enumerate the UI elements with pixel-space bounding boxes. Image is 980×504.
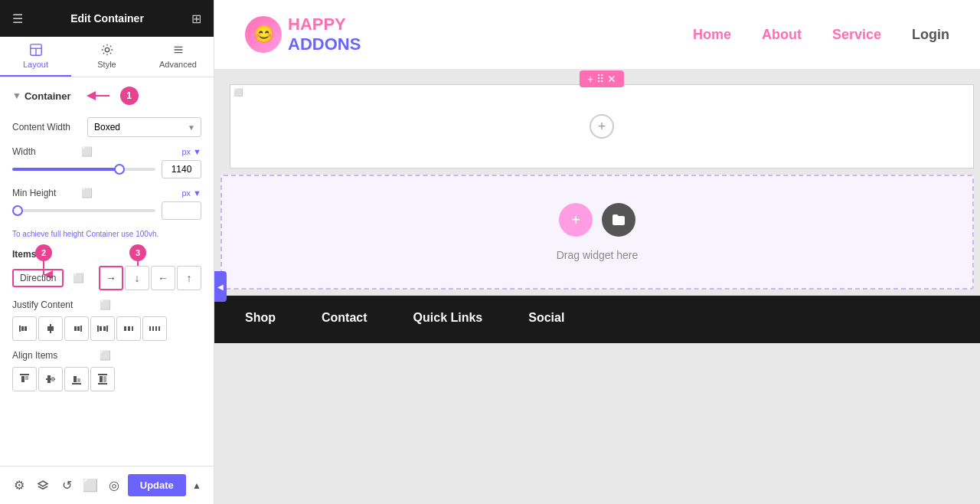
- canvas-scroll[interactable]: ◀ + ⠿ ✕ ⬜ + + Drag widget here: [214, 69, 980, 504]
- update-button[interactable]: Update: [128, 474, 186, 496]
- svg-rect-29: [25, 376, 28, 380]
- direction-right-btn[interactable]: →: [99, 266, 123, 290]
- logo-text: HAPPY ADDONS: [288, 15, 361, 54]
- minheight-slider[interactable]: [12, 209, 155, 212]
- grid-icon[interactable]: ⊞: [191, 11, 201, 26]
- tab-advanced[interactable]: Advanced: [142, 37, 214, 77]
- svg-rect-35: [77, 378, 80, 382]
- svg-rect-21: [128, 326, 130, 331]
- align-btn-group: [12, 367, 201, 391]
- nav-home[interactable]: Home: [693, 27, 731, 43]
- nav-about[interactable]: About: [762, 27, 802, 43]
- drop-folder-btn[interactable]: [602, 203, 635, 237]
- tab-layout-label: Layout: [23, 60, 48, 69]
- direction-area: 2 3: [12, 266, 201, 290]
- svg-point-3: [105, 47, 109, 51]
- svg-rect-11: [47, 326, 50, 331]
- direction-down-btn[interactable]: ↓: [125, 266, 149, 290]
- badge-1-annotation: 1: [87, 87, 139, 105]
- width-unit[interactable]: px ▼: [181, 147, 201, 156]
- svg-rect-24: [152, 326, 154, 331]
- svg-rect-31: [47, 375, 51, 383]
- layers-tool-btn[interactable]: [33, 473, 54, 498]
- history-tool-btn[interactable]: ↺: [57, 473, 77, 498]
- direction-label[interactable]: Direction: [12, 269, 64, 287]
- edit-section-1: ⬜ +: [230, 84, 974, 169]
- section-move-btn[interactable]: ⠿: [596, 73, 604, 85]
- canvas-area: 😊 HAPPY ADDONS Home About Service Login …: [214, 0, 980, 504]
- svg-rect-18: [100, 326, 102, 331]
- svg-rect-14: [74, 326, 77, 331]
- width-input[interactable]: [162, 160, 201, 178]
- align-responsive-icon: ⬜: [100, 350, 111, 361]
- direction-row: Direction ⬜ → ↓ ← ↑: [12, 266, 201, 290]
- justify-center-btn[interactable]: [38, 316, 63, 341]
- panel-content: ▼ Container 1 Content Width: [0, 77, 214, 466]
- direction-left-btn[interactable]: ←: [151, 266, 175, 290]
- svg-rect-32: [51, 377, 54, 381]
- section-close-btn[interactable]: ✕: [607, 73, 616, 85]
- minheight-unit[interactable]: px ▼: [181, 188, 201, 198]
- panel-header: ☰ Edit Container ⊞: [0, 0, 214, 37]
- svg-rect-34: [74, 376, 77, 382]
- svg-rect-8: [21, 326, 24, 331]
- collapse-toggle[interactable]: ◀: [214, 271, 227, 302]
- tab-advanced-label: Advanced: [159, 60, 197, 69]
- footer-area: Shop Contact Quick Links Social: [214, 296, 980, 343]
- align-items-row: Align Items ⬜: [12, 350, 201, 361]
- nav-service[interactable]: Service: [832, 27, 881, 43]
- minheight-responsive-icon: ⬜: [81, 188, 93, 198]
- justify-space-around-btn[interactable]: [116, 316, 141, 341]
- direction-up-btn[interactable]: ↑: [177, 266, 201, 290]
- svg-rect-28: [21, 376, 24, 382]
- visibility-tool-btn[interactable]: ◎: [104, 473, 125, 498]
- align-start-btn[interactable]: [12, 367, 37, 391]
- svg-rect-20: [124, 326, 126, 331]
- site-logo: 😊 HAPPY ADDONS: [245, 15, 361, 54]
- drop-text: Drag widget here: [557, 249, 639, 261]
- items-area: Items 2: [12, 249, 201, 391]
- align-items-buttons: [12, 367, 201, 391]
- justify-space-between-btn[interactable]: [90, 316, 115, 341]
- content-width-select[interactable]: Boxed Full Width: [87, 117, 201, 137]
- width-slider[interactable]: [12, 168, 155, 171]
- hamburger-icon[interactable]: ☰: [12, 11, 23, 26]
- justify-start-btn[interactable]: [12, 316, 37, 341]
- drop-add-btn[interactable]: +: [559, 203, 593, 237]
- minheight-row: Min Height ⬜ px ▼: [12, 188, 201, 198]
- footer-contact: Contact: [322, 311, 368, 328]
- drop-buttons: +: [559, 203, 635, 237]
- svg-rect-22: [132, 326, 133, 331]
- align-center-btn[interactable]: [38, 367, 63, 391]
- section-add-btn[interactable]: +: [587, 73, 593, 85]
- tab-style-label: Style: [97, 60, 116, 69]
- responsive-tool-btn[interactable]: ⬜: [80, 473, 101, 498]
- logo-top: HAPPY: [288, 15, 361, 34]
- direction-responsive-icon: ⬜: [73, 273, 84, 283]
- svg-rect-15: [77, 326, 80, 331]
- container-label: Container: [24, 90, 71, 102]
- justify-btn-group: [12, 316, 201, 341]
- footer-contact-title: Contact: [322, 311, 368, 325]
- site-nav: 😊 HAPPY ADDONS Home About Service Login: [214, 0, 980, 69]
- chevron-up-btn[interactable]: ▲: [189, 476, 204, 495]
- settings-tool-btn[interactable]: ⚙: [9, 473, 30, 498]
- justify-space-evenly-btn[interactable]: [142, 316, 167, 341]
- footer-social-title: Social: [528, 311, 564, 325]
- section-toolbar: + ⠿ ✕: [580, 70, 624, 87]
- align-end-btn[interactable]: [64, 367, 89, 391]
- footer-quicklinks: Quick Links: [413, 311, 483, 328]
- svg-rect-9: [24, 326, 27, 331]
- nav-login[interactable]: Login: [912, 27, 949, 43]
- align-stretch-btn[interactable]: [90, 367, 115, 391]
- drop-section[interactable]: + Drag widget here: [220, 175, 974, 290]
- section-plus-btn[interactable]: +: [590, 114, 614, 139]
- section-corner-icon: ⬜: [234, 88, 243, 97]
- justify-content-buttons: [12, 316, 201, 341]
- tab-style[interactable]: Style: [71, 37, 142, 77]
- tab-layout[interactable]: Layout: [0, 37, 71, 77]
- footer-shop-title: Shop: [245, 311, 276, 325]
- content-width-row: Content Width Boxed Full Width ▼: [12, 117, 201, 137]
- justify-end-btn[interactable]: [64, 316, 89, 341]
- minheight-input[interactable]: [162, 201, 201, 220]
